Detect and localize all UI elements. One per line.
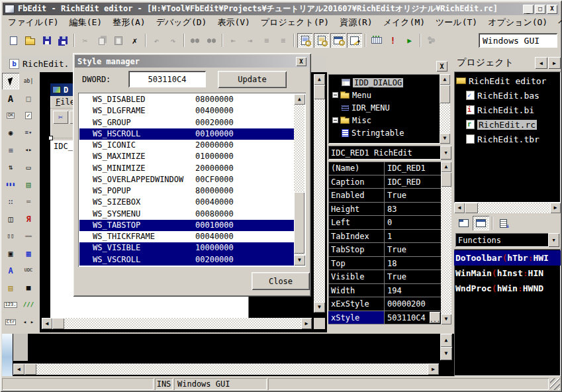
property-row[interactable]: Height83	[328, 203, 441, 217]
function-list-item[interactable]: WndProc(hWin:HWND	[454, 281, 561, 296]
property-value[interactable]: True	[385, 189, 441, 202]
ellipsis-button[interactable]: ...	[430, 312, 440, 323]
pager-tool[interactable]: ◂ ▸	[20, 314, 37, 330]
scroll-track[interactable]	[24, 364, 428, 375]
resource-tree-item[interactable]: Stringtable	[328, 126, 440, 139]
property-row[interactable]: xStyle503110C4...	[328, 311, 441, 325]
groupbox-tool[interactable]: □	[20, 90, 37, 107]
style-list-item[interactable]: WS_POPUP80000000	[79, 185, 294, 197]
scroll-up-icon[interactable]: ▲	[440, 74, 450, 85]
property-grid-scrollbar[interactable]: ▲ ▼	[441, 162, 451, 324]
scroll-down-icon[interactable]: ▼	[440, 347, 452, 360]
hscrollbar-tool[interactable]: ◂▸	[20, 142, 37, 158]
resource-tree-scrollbar[interactable]: ▲ ▼	[440, 74, 450, 144]
property-value[interactable]: 0	[385, 216, 441, 229]
style-list-item[interactable]: WS_VSCROLL00200000	[79, 254, 294, 266]
button-tool[interactable]: OK	[2, 107, 19, 124]
scroll-thumb[interactable]	[294, 192, 304, 254]
scroll-left-icon[interactable]: ◀	[42, 318, 52, 329]
combobox-tool[interactable]: ≡▾	[20, 124, 37, 141]
menu-item[interactable]: 資源(R)	[334, 16, 377, 29]
delete-button[interactable]: ✗	[127, 33, 142, 48]
style-list-item[interactable]: WS_MAXIMIZE01000000	[79, 151, 294, 162]
resize-grip[interactable]	[550, 378, 560, 390]
scroll-thumb[interactable]	[440, 85, 450, 103]
view-procedures-button[interactable]	[473, 216, 489, 230]
property-row[interactable]: VisibleTrue	[328, 270, 441, 284]
scroll-left-icon[interactable]: ◀	[13, 364, 24, 375]
property-row[interactable]: xExStyle00000200	[328, 297, 441, 311]
scroll-right-icon[interactable]: ▶	[428, 364, 439, 375]
style-list-item[interactable]: WS_DISABLED08000000	[79, 94, 294, 105]
scroll-right-icon[interactable]: ▶	[550, 203, 561, 213]
toolbar-editor-cell[interactable]	[13, 334, 28, 361]
style-list-item[interactable]: WS_TABSTOP00010000	[79, 220, 294, 231]
scroll-down-icon[interactable]: ▼	[441, 314, 451, 324]
property-value[interactable]: 194	[385, 284, 441, 297]
updown-tool[interactable]: ⇅	[2, 159, 19, 175]
save-all-button[interactable]	[56, 33, 71, 48]
property-row[interactable]: TabStopTrue	[328, 243, 441, 257]
menu-item[interactable]: デバッグ(D)	[151, 16, 212, 29]
project-tree-scrollbar[interactable]: ◀ ▶	[454, 203, 561, 213]
resource-tree-item[interactable]: IDR_MENU	[328, 101, 440, 114]
window-preview-button[interactable]	[330, 33, 346, 48]
scroll-track[interactable]	[465, 203, 550, 213]
maximize-button[interactable]: □	[535, 5, 545, 14]
property-value[interactable]: IDC_RED1	[385, 162, 441, 175]
dialog-close-button[interactable]: X	[296, 57, 306, 66]
designed-form-menu-item[interactable]: File	[56, 97, 75, 107]
undo-button[interactable]: ↶	[149, 33, 164, 48]
function-list-item[interactable]: WinMain(hInst:HIN	[454, 266, 561, 281]
scroll-track[interactable]	[294, 105, 304, 255]
property-value[interactable]: 503110C4...	[385, 311, 441, 324]
number-tool[interactable]: 123.	[2, 297, 19, 313]
header-tool[interactable]: ▬▬	[20, 228, 37, 244]
splitter-tool[interactable]: ▯▯	[2, 228, 19, 244]
scroll-down-icon[interactable]: ▼	[314, 302, 325, 313]
minimize-button[interactable]: _	[523, 5, 534, 14]
scroll-up-icon[interactable]: ▲	[441, 162, 451, 172]
window-tool[interactable]: ▣	[2, 245, 19, 262]
style-list-item[interactable]: WS_MINIMIZE20000000	[79, 163, 294, 174]
style-list-item[interactable]: WS_DLGFRAME00400000	[79, 105, 294, 117]
view-declarations-button[interactable]	[455, 216, 472, 230]
style-list-item[interactable]: WS_SIZEBOX00040000	[79, 197, 294, 208]
scroll-down-icon[interactable]: ▼	[440, 133, 450, 144]
dword-input[interactable]	[128, 71, 206, 87]
scroll-thumb[interactable]	[441, 172, 451, 187]
update-button[interactable]: Update	[218, 71, 287, 88]
scroll-track[interactable]	[441, 172, 451, 314]
compile-button[interactable]: !	[385, 33, 400, 48]
scroll-down-icon[interactable]: ▼	[294, 255, 305, 266]
scroll-up-icon[interactable]: ▲	[440, 334, 452, 347]
chevron-down-icon[interactable]: ▼	[440, 146, 451, 160]
style-list-item[interactable]: WS_HSCROLL00100000	[79, 128, 294, 140]
outdent-button[interactable]: ⇤	[226, 33, 241, 48]
property-row[interactable]: Left0	[328, 216, 441, 230]
dialog-preview-button[interactable]	[297, 33, 312, 48]
menu-item[interactable]: オプション(O)	[483, 16, 553, 29]
custom-control-tool[interactable]: Ctr	[2, 314, 19, 330]
checkbox-tool[interactable]: ✓	[20, 107, 37, 124]
scroll-thumb[interactable]	[52, 318, 64, 329]
property-row[interactable]: TabIndex1	[328, 230, 441, 244]
hotkey-tool[interactable]: Я	[20, 211, 37, 227]
gradient-tool[interactable]: ///	[20, 297, 37, 313]
style-list-item[interactable]: WS_OVERLAPPEDWINDOW00CF0000	[79, 174, 294, 185]
style-list-scrollbar[interactable]: ▲ ▼	[294, 94, 304, 266]
calendar-tool[interactable]: ▦	[20, 245, 37, 262]
property-value[interactable]: IDC_RED	[385, 175, 441, 189]
build-mode-combo[interactable]	[479, 33, 557, 48]
style-list-item[interactable]: WS_VISIBLE10000000	[79, 242, 294, 254]
property-row[interactable]: Top18	[328, 257, 441, 271]
project-tree-item[interactable]: RichEdit.bi	[454, 103, 561, 117]
menu-item[interactable]: メイク(M)	[378, 16, 430, 29]
replace-button[interactable]	[204, 33, 219, 48]
listview-tool[interactable]: ∷	[2, 193, 19, 210]
run-button[interactable]: ▶	[402, 33, 417, 48]
scroll-track[interactable]	[440, 85, 450, 133]
find-button[interactable]	[187, 33, 203, 48]
scroll-thumb[interactable]	[24, 364, 36, 375]
resource-tree-item[interactable]: IDD_DIALOG	[328, 76, 440, 89]
